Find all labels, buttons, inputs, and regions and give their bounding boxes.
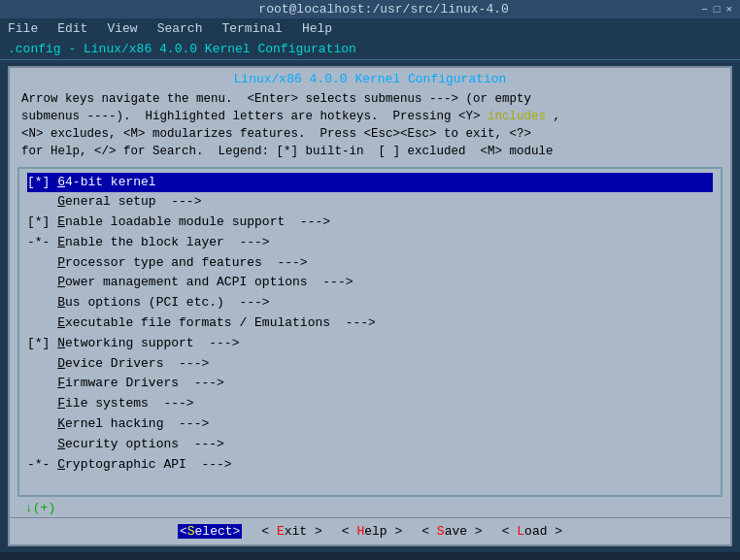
menu-terminal[interactable]: Terminal [218, 20, 286, 37]
more-indicator: ↓(+) [10, 499, 730, 517]
menu-view[interactable]: View [103, 20, 141, 37]
bottom-bar: <Select> < Exit > < Help > < Save > < Lo… [10, 517, 730, 544]
list-item[interactable]: Executable file formats / Emulations ---… [27, 313, 713, 334]
menu-list: [*] 64-bit kernel General setup ---> [*]… [27, 173, 713, 476]
menu-bar: File Edit View Search Terminal Help [0, 18, 740, 39]
config-tab-label: .config - Linux/x86 4.0.0 Kernel Configu… [8, 42, 356, 56]
list-item[interactable]: File systems ---> [27, 394, 713, 414]
config-tab: .config - Linux/x86 4.0.0 Kernel Configu… [0, 39, 740, 60]
save-button[interactable]: < Save > [421, 524, 482, 539]
window-title: root@localhost:/usr/src/linux-4.0 [66, 2, 701, 16]
close-button[interactable]: × [725, 4, 732, 16]
title-bar: root@localhost:/usr/src/linux-4.0 − □ × [0, 0, 740, 18]
list-item[interactable]: Device Drivers ---> [27, 354, 713, 375]
exit-button[interactable]: < Exit > [261, 524, 321, 539]
kconfig-box: Linux/x86 4.0.0 Kernel Configuration Arr… [8, 66, 732, 546]
list-item[interactable]: General setup ---> [27, 192, 713, 213]
menu-file[interactable]: File [4, 20, 42, 37]
list-item[interactable]: [*] Enable loadable module support ---> [27, 213, 713, 233]
kconfig-help: Arrow keys navigate the menu. <Enter> se… [10, 88, 730, 165]
maximize-button[interactable]: □ [714, 4, 721, 16]
list-item[interactable]: Power management and ACPI options ---> [27, 273, 713, 293]
menu-edit[interactable]: Edit [53, 20, 91, 37]
list-item[interactable]: Firmware Drivers ---> [27, 374, 713, 394]
menu-help[interactable]: Help [298, 20, 336, 37]
menu-list-wrapper[interactable]: [*] 64-bit kernel General setup ---> [*]… [17, 167, 723, 498]
list-item[interactable]: [*] Networking support ---> [27, 334, 713, 354]
list-item[interactable]: [*] 64-bit kernel [27, 173, 713, 193]
list-item[interactable]: Processor type and features ---> [27, 253, 713, 274]
minimize-button[interactable]: − [701, 4, 708, 16]
list-item[interactable]: -*- Cryptographic API ---> [27, 455, 713, 476]
list-item[interactable]: Kernel hacking ---> [27, 414, 713, 435]
list-item[interactable]: Bus options (PCI etc.) ---> [27, 293, 713, 313]
menu-search[interactable]: Search [153, 20, 207, 37]
list-item[interactable]: Security options ---> [27, 435, 713, 455]
load-button[interactable]: < Load > [502, 524, 562, 539]
main-area: Linux/x86 4.0.0 Kernel Configuration Arr… [0, 60, 740, 552]
list-item[interactable]: -*- Enable the block layer ---> [27, 233, 713, 253]
kconfig-title: Linux/x86 4.0.0 Kernel Configuration [10, 68, 730, 88]
help-button[interactable]: < Help > [342, 524, 402, 539]
select-button[interactable]: <Select> [178, 524, 242, 539]
